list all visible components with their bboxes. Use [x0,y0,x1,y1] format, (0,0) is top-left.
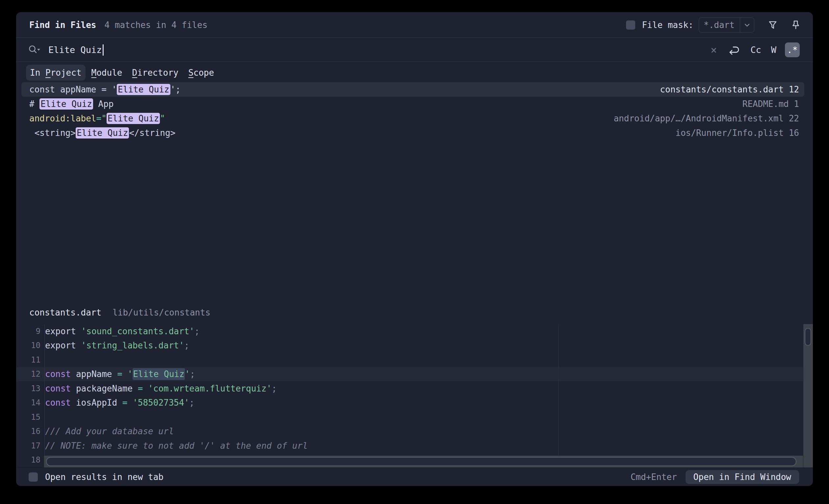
file-mask-label: File mask: [642,20,693,30]
code-segment: Elite Quiz [76,127,129,139]
code-segment: const [45,398,71,408]
right-margin-guide [558,324,558,460]
code-segment: const appName = ' [29,84,117,95]
open-results-label: Open results in new tab [45,472,164,482]
newline-icon[interactable] [727,44,741,56]
file-mask-value: *.dart [699,20,740,30]
code-segment [122,369,128,379]
code-segment: 'com.wrteam.flutterquiz' [148,384,272,393]
match-case-toggle[interactable]: Cc [750,45,761,55]
result-file-location: android/app/…/AndroidManifest.xml 22 [614,113,799,123]
result-match-text: # Elite Quiz App [29,99,113,109]
result-file-location: ios/Runner/Info.plist 16 [675,128,799,138]
search-icon[interactable] [28,44,41,56]
code-segment: const [45,369,71,379]
bottom-bar: Open results in new tab Cmd+Enter Open i… [16,467,813,486]
code-segment: Elite Quiz [107,113,160,124]
code-segment: packageName [71,384,138,393]
code-segment: Elite Quiz [39,98,93,110]
code-segment: " [160,113,165,123]
code-segment: ; [190,369,195,379]
code-segment: ; [189,398,194,408]
code-line[interactable]: 16/// Add your database url [16,424,803,439]
horizontal-scrollbar-thumb[interactable] [46,457,796,466]
code-line[interactable]: 9export 'sound_constants.dart'; [16,324,803,338]
close-icon[interactable]: × [711,45,717,55]
line-number: 9 [16,327,40,336]
code-line[interactable]: 12const appName = 'Elite Quiz'; [16,367,803,382]
tab-directory[interactable]: Directory [128,65,182,81]
preview-file-path: lib/utils/constants [112,308,210,318]
find-in-files-dialog: Find in Files 4 matches in 4 files File … [16,12,813,486]
code-segment [143,384,148,393]
regex-toggle[interactable]: .* [785,42,800,57]
line-number: 15 [16,412,40,422]
preview-file-name: constants.dart [29,308,101,318]
vertical-scrollbar-thumb[interactable] [805,328,811,346]
horizontal-scrollbar[interactable] [44,456,803,467]
search-input[interactable]: Elite Quiz [48,45,102,55]
shortcut-hint: Cmd+Enter [630,472,677,482]
tab-scope[interactable]: Scope [184,65,218,81]
code-line[interactable]: 15 [16,410,803,424]
whole-words-toggle[interactable]: W [771,45,777,55]
line-number: 14 [16,398,40,407]
result-row[interactable]: <string>Elite Quiz</string>ios/Runner/In… [22,126,804,140]
code-segment: <string> [29,128,76,138]
tab-in-project[interactable]: In Project [26,65,85,81]
code-segment: export [45,340,81,350]
line-number: 18 [16,455,40,465]
code-segment: 'sound_constants.dart' [81,326,194,336]
code-line[interactable]: 17// NOTE: make sure to not add '/' at t… [16,438,803,453]
code-line[interactable]: 13const packageName = 'com.wrteam.flutte… [16,381,803,396]
code-line[interactable]: 10export 'string_labels.dart'; [16,338,803,353]
result-row[interactable]: # Elite Quiz AppREADME.md 1 [22,97,804,111]
code-segment: App [93,99,114,109]
results-list: const appName = 'Elite Quiz';constants/c… [22,82,804,140]
vertical-scrollbar[interactable] [803,324,813,467]
result-file-location: README.md 1 [743,99,799,109]
code-segment: /// Add your database url [45,426,174,436]
filter-icon[interactable] [767,19,779,31]
code-segment: = [122,398,128,408]
open-in-find-window-button[interactable]: Open in Find Window [686,470,799,484]
code-line[interactable]: 14const iosAppId = '585027354'; [16,396,803,410]
code-segment: const [45,384,71,393]
gutter-separator [44,324,45,467]
code-segment: android:label [29,113,96,123]
result-row[interactable]: android:label="Elite Quiz"android/app/…/… [22,111,804,126]
line-number: 11 [16,355,40,364]
code-segment: appName [71,369,117,379]
dialog-header: Find in Files 4 matches in 4 files File … [16,12,813,38]
code-line-text: /// Add your database url [45,426,174,436]
code-segment: Elite Quiz [133,368,185,380]
file-mask-checkbox[interactable] [626,21,635,30]
dialog-title: Find in Files [29,20,96,30]
result-file-location: constants/constants.dart 12 [660,84,799,95]
code-line-text: export 'sound_constants.dart'; [45,326,200,336]
code-line[interactable]: 11 [16,353,803,367]
result-row[interactable]: const appName = 'Elite Quiz';constants/c… [22,82,804,97]
tab-module[interactable]: Module [87,65,126,81]
code-segment: = [117,369,122,379]
code-segment: '585027354' [133,398,189,408]
line-number: 12 [16,369,40,379]
open-results-checkbox[interactable] [29,472,38,482]
code-segment: // NOTE: make sure to not add '/' at the… [45,441,308,451]
pin-icon[interactable] [790,19,802,31]
code-line-text: const iosAppId = '585027354'; [45,398,194,408]
code-line-text: // NOTE: make sure to not add '/' at the… [45,441,308,451]
code-line-text: const packageName = 'com.wrteam.flutterq… [45,384,277,393]
file-mask-combobox[interactable]: *.dart [699,17,754,33]
code-segment: 'string_labels.dart' [81,340,184,350]
result-match-text: const appName = 'Elite Quiz'; [29,84,181,95]
code-line-text: export 'string_labels.dart'; [45,340,189,350]
code-line-text: const appName = 'Elite Quiz'; [45,369,195,379]
code-segment: ' [185,369,190,379]
code-segment: = [138,384,143,393]
chevron-down-icon[interactable] [740,18,754,32]
code-preview[interactable]: 9export 'sound_constants.dart';10export … [16,324,803,467]
code-segment: iosAppId [71,398,122,408]
code-segment: ; [194,326,200,336]
result-match-text: <string>Elite Quiz</string> [29,128,175,138]
